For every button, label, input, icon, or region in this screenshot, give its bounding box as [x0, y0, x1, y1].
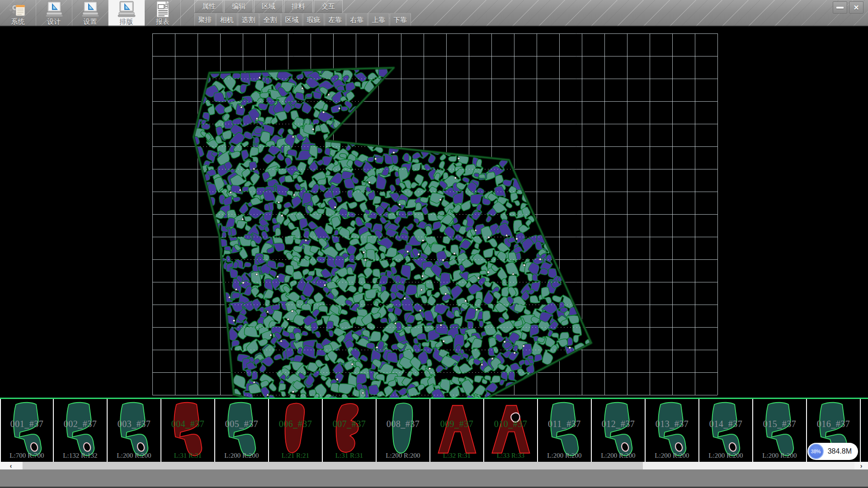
- part-shape-preview: [433, 400, 481, 458]
- menu-bar: 属性编辑区域排料交互: [194, 0, 344, 13]
- part-thumbnail-8[interactable]: 008_#37L:200 R:200: [377, 399, 430, 462]
- part-shape-preview: [648, 400, 697, 458]
- app-tab-label: 设计: [47, 18, 61, 25]
- part-shape-preview: [755, 400, 804, 458]
- part-thumbnail-5[interactable]: 005_#37L:200 R:200: [215, 399, 269, 462]
- horizontal-scrollbar: ‹ ›: [0, 462, 868, 469]
- part-thumbnail-6[interactable]: 006_#37L:21 R:21: [269, 399, 323, 462]
- nesting-viewport: [0, 26, 868, 398]
- part-thumbnail-14[interactable]: 014_#37L:200 R:200: [699, 399, 753, 462]
- system-icon: [8, 1, 28, 18]
- menu-button-4[interactable]: 排料: [284, 0, 313, 13]
- tool-button-7[interactable]: 左靠: [325, 13, 346, 26]
- part-shape-preview: [594, 400, 643, 458]
- tool-bar: 聚排相机选割全割区域瑕疵左靠右靠上靠下靠: [194, 13, 411, 26]
- part-shape-preview: [164, 400, 212, 458]
- part-shape-preview: [486, 400, 535, 458]
- part-thumbnail-15[interactable]: 015_#37L:200 R:200: [753, 399, 807, 462]
- part-thumbnail-7[interactable]: 007_#37L:31 R:31: [323, 399, 377, 462]
- scrollbar-thumb[interactable]: [23, 462, 643, 469]
- part-shape-preview: [217, 400, 266, 458]
- menu-button-5[interactable]: 交互: [314, 0, 343, 13]
- scroll-left-button[interactable]: ‹: [0, 462, 22, 469]
- design-icon: [44, 1, 64, 18]
- tool-button-3[interactable]: 选割: [238, 13, 259, 26]
- progress-pill: 38% 384.8M: [807, 443, 858, 460]
- part-shape-preview: [3, 400, 52, 458]
- part-shape-preview: [110, 400, 159, 458]
- close-button[interactable]: ✕: [849, 1, 863, 14]
- app-switcher: 系统设计设置排版报表: [0, 0, 181, 26]
- tool-button-5[interactable]: 区域: [281, 13, 302, 26]
- report-icon: [153, 1, 173, 18]
- progress-circle: 38%: [808, 444, 824, 459]
- app-tab-2[interactable]: 设计: [36, 0, 72, 26]
- scroll-right-button[interactable]: ›: [854, 462, 868, 469]
- app-tab-1[interactable]: 系统: [0, 0, 36, 26]
- app-tab-5[interactable]: 报表: [145, 0, 181, 26]
- app-window: 系统设计设置排版报表 属性编辑区域排料交互 聚排相机选割全割区域瑕疵左靠右靠上靠…: [0, 0, 868, 488]
- parts-tray: 001_#37L:700 R:700002_#37L:132 R:132003_…: [0, 398, 868, 462]
- part-shape-preview: [863, 400, 868, 458]
- part-thumbnail-4[interactable]: 004_#37L:31 R:31: [161, 399, 215, 462]
- part-shape-preview: [379, 400, 428, 458]
- tool-button-10[interactable]: 下靠: [390, 13, 411, 26]
- tool-button-2[interactable]: 相机: [216, 13, 237, 26]
- tool-button-1[interactable]: 聚排: [194, 13, 216, 26]
- part-thumbnail-11[interactable]: 011_#37L:200 R:200: [538, 399, 592, 462]
- app-tab-4[interactable]: 排版: [108, 0, 145, 26]
- part-thumbnail-17[interactable]: 017_#37L:200 R:200: [861, 399, 868, 462]
- minimize-button[interactable]: [833, 1, 847, 14]
- tool-button-8[interactable]: 右靠: [346, 13, 368, 26]
- part-thumbnail-9[interactable]: 009_#37L:32 R:31: [430, 399, 484, 462]
- memory-usage: 384.8M: [828, 447, 852, 455]
- minimize-icon: [836, 7, 844, 9]
- app-tab-3[interactable]: 设置: [72, 0, 108, 26]
- bottom-status-bar: [0, 469, 868, 488]
- menu-button-3[interactable]: 区域: [254, 0, 283, 13]
- tool-button-4[interactable]: 全割: [259, 13, 281, 26]
- menu-button-2[interactable]: 编辑: [224, 0, 253, 13]
- nesting-canvas[interactable]: [0, 26, 868, 398]
- tool-button-9[interactable]: 上靠: [368, 13, 389, 26]
- app-tab-label: 系统: [11, 18, 25, 25]
- settings-icon: [80, 1, 100, 18]
- app-tab-label: 设置: [84, 18, 97, 25]
- menu-button-1[interactable]: 属性: [194, 0, 223, 13]
- part-thumbnail-3[interactable]: 003_#37L:200 R:200: [108, 399, 161, 462]
- part-thumbnail-12[interactable]: 012_#37L:200 R:200: [592, 399, 646, 462]
- app-tab-label: 排版: [120, 18, 133, 25]
- close-icon: ✕: [854, 4, 859, 12]
- ribbon: 系统设计设置排版报表 属性编辑区域排料交互 聚排相机选割全割区域瑕疵左靠右靠上靠…: [0, 0, 868, 26]
- part-thumbnail-10[interactable]: 010_#37L:33 R:33: [484, 399, 538, 462]
- window-controls: ✕: [833, 1, 863, 14]
- part-thumbnail-1[interactable]: 001_#37L:700 R:700: [0, 399, 54, 462]
- tool-button-6[interactable]: 瑕疵: [303, 13, 324, 26]
- part-shape-preview: [540, 400, 589, 458]
- nesting-icon: [117, 1, 137, 18]
- part-shape-preview: [271, 400, 320, 458]
- part-thumbnail-2[interactable]: 002_#37L:132 R:132: [54, 399, 108, 462]
- app-tab-label: 报表: [156, 18, 170, 25]
- part-shape-preview: [325, 400, 374, 458]
- part-thumbnail-13[interactable]: 013_#37L:200 R:200: [646, 399, 699, 462]
- part-shape-preview: [56, 400, 105, 458]
- part-shape-preview: [702, 400, 750, 458]
- progress-percent: 38%: [811, 449, 821, 454]
